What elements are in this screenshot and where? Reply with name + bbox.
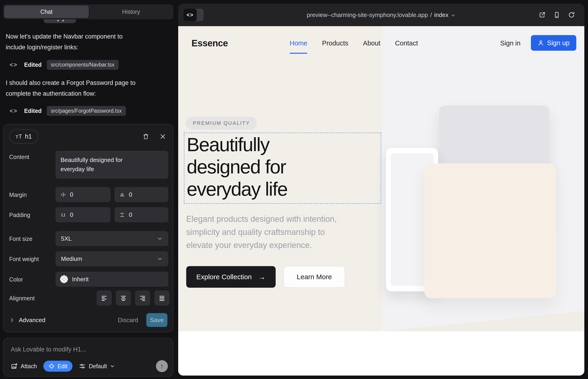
font-size-select[interactable]: 5XL	[56, 231, 168, 246]
mode-label: Default	[89, 363, 107, 370]
color-label: Color	[9, 276, 23, 283]
nav-link-home[interactable]: Home	[290, 26, 307, 60]
margin-x-value: 0	[70, 191, 73, 198]
sign-in-link[interactable]: Sign in	[500, 26, 521, 60]
sign-up-button[interactable]: Sign up	[531, 35, 576, 51]
advanced-toggle[interactable]: Advanced	[9, 316, 46, 324]
align-right-button[interactable]	[135, 290, 150, 306]
attach-button[interactable]: Attach	[11, 363, 37, 370]
edited-label: Edited	[24, 108, 42, 114]
chat-message-line: include login/register links:	[6, 42, 162, 53]
mode-select[interactable]: Default	[79, 363, 115, 370]
padding-vertical-icon	[119, 212, 125, 218]
content-value: Beautifully designed for everyday life	[61, 155, 140, 174]
headline-line: everyday life	[187, 178, 287, 200]
file-chip[interactable]: src/components/Navbar.tsx	[47, 60, 119, 70]
chevron-down-icon	[451, 13, 456, 18]
close-icon	[160, 133, 166, 140]
margin-horizontal-icon	[60, 191, 66, 198]
delete-element-button[interactable]	[142, 133, 150, 140]
margin-x-input[interactable]: 0	[56, 187, 110, 202]
trash-icon	[142, 133, 149, 140]
file-chip[interactable]: src/pages/ForgotPassword.tsx	[47, 106, 126, 116]
edited-label: Edited	[24, 62, 42, 68]
font-size-label: Font size	[9, 236, 32, 242]
explore-collection-button[interactable]: Explore Collection →	[186, 266, 276, 288]
learn-more-button[interactable]: Learn More	[283, 266, 345, 288]
edit-mode-button[interactable]: Edit	[43, 361, 73, 372]
align-right-icon	[139, 294, 146, 302]
site-nav: Home Products About Contact	[290, 26, 418, 60]
chat-message: Now let's update the Navbar component to…	[6, 31, 162, 53]
margin-y-value: 0	[129, 191, 132, 198]
typography-icon: ᴛT	[15, 133, 22, 140]
chevron-right-icon	[9, 317, 15, 323]
margin-vertical-icon	[119, 191, 125, 198]
align-justify-button[interactable]	[154, 290, 170, 306]
padding-y-input[interactable]: 0	[114, 207, 168, 222]
edited-file-row: <> Edited src/components/Navbar.tsx	[6, 60, 119, 70]
color-select[interactable]: Inherit	[56, 272, 168, 287]
element-tag-badge[interactable]: ᴛT h1	[9, 129, 38, 144]
font-size-value: 5XL	[61, 235, 72, 242]
tab-history[interactable]: History	[89, 5, 173, 18]
font-weight-select[interactable]: Medium	[56, 251, 168, 266]
open-in-new-tab-button[interactable]	[539, 11, 546, 19]
save-button[interactable]: Save	[146, 313, 167, 327]
margin-label: Margin	[9, 191, 27, 198]
padding-x-input[interactable]: 0	[56, 207, 110, 222]
chat-message: I should also create a Forgot Password p…	[6, 78, 162, 99]
preview-toolbar: <> preview--charming-site-symphony.lovab…	[178, 4, 584, 26]
cta-secondary-label: Learn More	[297, 273, 332, 281]
url-path: index	[434, 12, 448, 19]
url-bar[interactable]: preview--charming-site-symphony.lovable.…	[178, 4, 584, 26]
advanced-label: Advanced	[19, 316, 46, 324]
align-center-icon	[120, 294, 127, 302]
content-label: Content	[9, 154, 29, 160]
nav-link-label: Home	[290, 39, 307, 47]
nav-link-products[interactable]: Products	[322, 26, 348, 60]
padding-label: Padding	[9, 212, 30, 218]
chat-history-tabs: Chat History	[3, 4, 173, 19]
padding-y-value: 0	[129, 211, 132, 218]
attach-image-icon	[11, 363, 18, 370]
h1-selection-outline[interactable]: Beautifully designed for everyday life	[184, 133, 381, 204]
headline-line: designed for	[187, 156, 287, 178]
align-left-icon	[100, 294, 108, 302]
send-button[interactable]: ↑	[156, 360, 168, 372]
chat-message-line: Now let's update the Navbar component to	[6, 31, 162, 42]
hero-headline: Beautifully designed for everyday life	[187, 134, 287, 200]
nav-link-label: About	[363, 39, 380, 47]
nav-link-contact[interactable]: Contact	[395, 26, 418, 60]
attach-label: Attach	[21, 363, 37, 370]
font-weight-value: Medium	[61, 255, 82, 262]
discard-button[interactable]: Discard	[118, 316, 138, 324]
content-input[interactable]: Beautifully designed for everyday life	[56, 151, 168, 179]
app-window: Chat History Now let's update the Navbar…	[0, 0, 588, 379]
alignment-label: Alignment	[9, 295, 35, 302]
margin-y-input[interactable]: 0	[114, 187, 168, 202]
nav-link-label: Products	[322, 39, 348, 47]
refresh-icon	[568, 12, 575, 18]
url-domain: preview--charming-site-symphony.lovable.…	[307, 12, 428, 19]
user-icon	[538, 40, 544, 46]
decorative-card-beige	[424, 163, 556, 298]
site-logo[interactable]: Essence	[191, 26, 228, 60]
arrow-right-icon: →	[258, 273, 265, 281]
color-swatch-icon	[60, 275, 68, 283]
tab-chat[interactable]: Chat	[4, 5, 89, 18]
align-center-button[interactable]	[116, 290, 131, 306]
paragraph-line: elevate your everyday experience.	[186, 238, 365, 252]
refresh-button[interactable]	[568, 11, 575, 19]
target-icon	[48, 363, 55, 369]
nav-link-about[interactable]: About	[363, 26, 380, 60]
padding-horizontal-icon	[60, 212, 66, 218]
align-left-button[interactable]	[96, 290, 112, 306]
hero-paragraph: Elegant products designed with intention…	[186, 212, 365, 252]
sign-up-label: Sign up	[547, 39, 569, 47]
device-preview-button[interactable]	[553, 11, 560, 19]
code-icon: <>	[10, 62, 18, 68]
chat-composer[interactable]: Ask Lovable to modify H1... Attach	[3, 338, 173, 377]
close-inspector-button[interactable]	[159, 133, 167, 140]
section-below-hero	[178, 331, 584, 376]
